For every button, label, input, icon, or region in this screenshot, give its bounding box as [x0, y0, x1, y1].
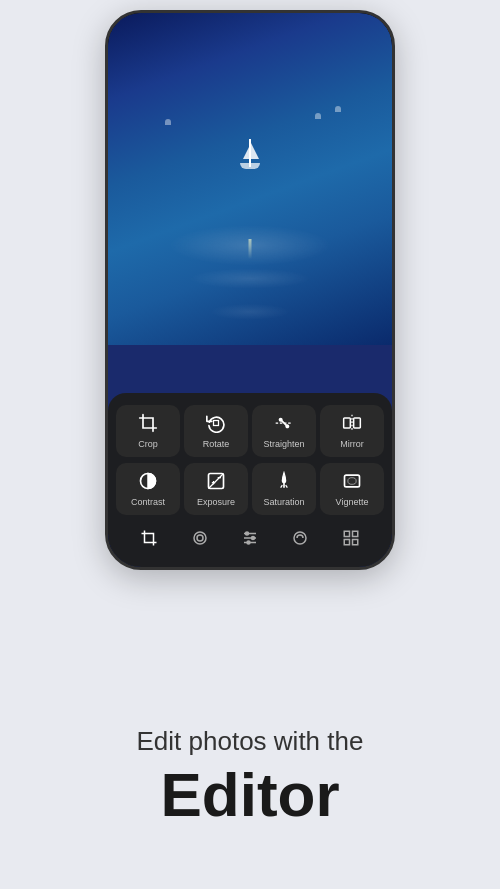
vignette-icon: [342, 471, 362, 494]
svg-point-19: [194, 532, 206, 544]
svg-rect-0: [214, 421, 219, 426]
svg-line-15: [281, 485, 283, 488]
svg-rect-17: [345, 475, 360, 487]
tool-grid-row2: Contrast Exposure: [116, 463, 384, 515]
svg-point-3: [279, 418, 282, 421]
tool-grid-row1: Crop Rotate: [116, 405, 384, 457]
boat-sail: [243, 143, 259, 159]
page-container: Crop Rotate: [0, 0, 500, 889]
boat: [240, 139, 260, 169]
vignette-label: Vignette: [336, 497, 369, 507]
exposure-icon: [206, 471, 226, 494]
editor-panel: Crop Rotate: [108, 393, 392, 567]
vignette-tool[interactable]: Vignette: [320, 463, 384, 515]
contrast-label: Contrast: [131, 497, 165, 507]
boat-reflection: [249, 239, 252, 259]
svg-rect-31: [352, 540, 357, 545]
small-boat-3: [165, 119, 171, 125]
svg-rect-29: [352, 531, 357, 536]
bottom-tab-bar: [116, 521, 384, 559]
small-boat-2: [335, 106, 341, 112]
adjust-tab[interactable]: [233, 525, 267, 555]
subtitle: Edit photos with the: [40, 726, 460, 757]
small-boat-1: [315, 113, 321, 119]
svg-point-25: [251, 537, 254, 540]
crop-tool[interactable]: Crop: [116, 405, 180, 457]
svg-line-16: [286, 485, 288, 488]
water-shimmer: [108, 13, 392, 345]
mirror-label: Mirror: [340, 439, 364, 449]
contrast-tool[interactable]: Contrast: [116, 463, 180, 515]
filter-tab[interactable]: [183, 525, 217, 555]
rotate-icon: [206, 413, 226, 436]
exposure-tool[interactable]: Exposure: [184, 463, 248, 515]
svg-rect-6: [344, 418, 351, 428]
grid-tab[interactable]: [334, 525, 368, 555]
text-section: Edit photos with the Editor: [0, 726, 500, 829]
exposure-label: Exposure: [197, 497, 235, 507]
crop-label: Crop: [138, 439, 158, 449]
svg-line-10: [209, 474, 224, 489]
main-title: Editor: [40, 761, 460, 829]
rotate-label: Rotate: [203, 439, 230, 449]
crop-tab[interactable]: [132, 525, 166, 555]
rotate-tool[interactable]: Rotate: [184, 405, 248, 457]
saturation-label: Saturation: [263, 497, 304, 507]
svg-point-18: [348, 478, 356, 485]
saturation-tool[interactable]: Saturation: [252, 463, 316, 515]
phone-screen: Crop Rotate: [108, 13, 392, 567]
svg-point-24: [245, 532, 248, 535]
svg-point-27: [294, 532, 306, 544]
mirror-tool[interactable]: Mirror: [320, 405, 384, 457]
color-tab[interactable]: [283, 525, 317, 555]
svg-point-20: [197, 535, 203, 541]
straighten-tool[interactable]: Straighten: [252, 405, 316, 457]
ocean-background: [108, 13, 392, 345]
phone-mockup: Crop Rotate: [105, 10, 395, 570]
straighten-label: Straighten: [263, 439, 304, 449]
svg-rect-7: [354, 418, 361, 428]
crop-icon: [138, 413, 158, 436]
svg-rect-30: [344, 540, 349, 545]
contrast-icon: [138, 471, 158, 494]
boat-hull: [240, 163, 260, 169]
straighten-icon: [274, 413, 294, 436]
saturation-icon: [274, 471, 294, 494]
svg-point-26: [247, 541, 250, 544]
mirror-icon: [342, 413, 362, 436]
svg-point-4: [286, 425, 289, 428]
svg-rect-28: [344, 531, 349, 536]
